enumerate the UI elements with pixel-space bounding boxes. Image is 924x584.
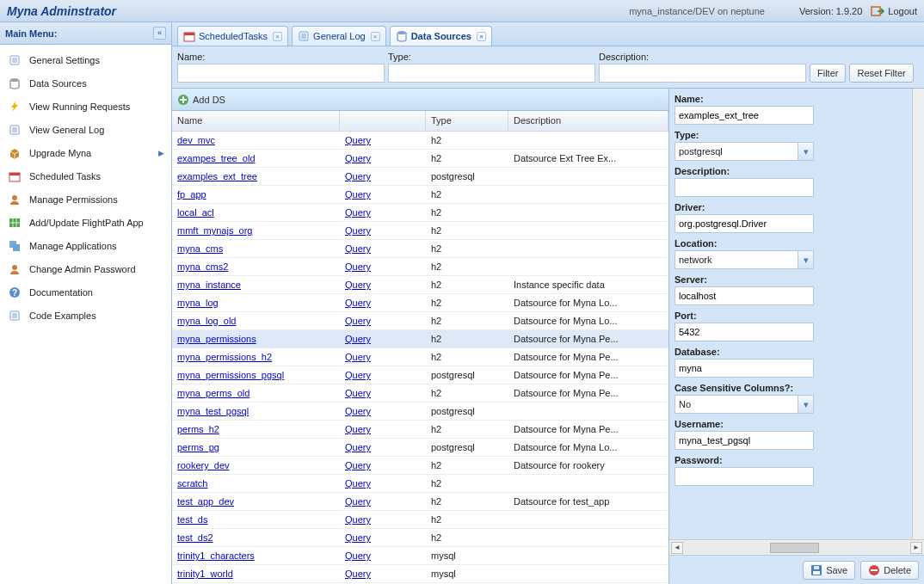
- ds-query-link[interactable]: Query: [345, 189, 371, 200]
- sidebar-item-scheduled-tasks[interactable]: Scheduled Tasks: [0, 164, 171, 187]
- ds-query-link[interactable]: Query: [345, 334, 371, 344]
- ds-name-link[interactable]: myna_perms_old: [177, 388, 249, 398]
- table-row[interactable]: perms_h2Queryh2Datsource for Myna Pe...: [172, 421, 668, 439]
- add-ds-button[interactable]: Add DS: [177, 94, 225, 106]
- ds-query-link[interactable]: Query: [345, 243, 371, 254]
- table-row[interactable]: myna_cmsQueryh2: [172, 240, 668, 258]
- table-row[interactable]: myna_test_pgsqlQuerypostgresql: [172, 403, 668, 421]
- ds-name-link[interactable]: myna_permissions_h2: [177, 352, 272, 362]
- ds-name-link[interactable]: examples_ext_tree: [177, 171, 257, 181]
- col-type[interactable]: Type: [426, 111, 508, 131]
- ds-query-link[interactable]: Query: [345, 225, 371, 236]
- detail-username-input[interactable]: [675, 431, 814, 450]
- ds-query-link[interactable]: Query: [345, 569, 371, 579]
- table-row[interactable]: myna_permissions_pgsqlQuerypostgresqlDat…: [172, 366, 668, 384]
- ds-query-link[interactable]: Query: [345, 316, 371, 326]
- table-row[interactable]: myna_permissionsQueryh2Datsource for Myn…: [172, 330, 668, 348]
- table-row[interactable]: myna_logQueryh2Datsource for Myna Lo...: [172, 294, 668, 312]
- tab-general-log[interactable]: General Log×: [292, 26, 386, 46]
- ds-name-link[interactable]: exampes_tree_old: [177, 153, 256, 163]
- ds-query-link[interactable]: Query: [345, 298, 371, 308]
- sidebar-item-documentation[interactable]: ?Documentation: [0, 280, 171, 304]
- ds-name-link[interactable]: myna_instance: [177, 280, 241, 290]
- ds-name-link[interactable]: mmft_mynajs_org: [177, 225, 252, 236]
- table-row[interactable]: mmft_mynajs_orgQueryh2: [172, 222, 668, 240]
- detail-case-select[interactable]: No ▾: [675, 395, 814, 414]
- table-row[interactable]: myna_log_oldQueryh2Datsource for Myna Lo…: [172, 312, 668, 330]
- ds-query-link[interactable]: Query: [345, 514, 371, 525]
- ds-query-link[interactable]: Query: [345, 153, 371, 163]
- detail-name-input[interactable]: [675, 106, 814, 125]
- detail-vscrollbar[interactable]: [912, 89, 924, 539]
- sidebar-collapse-button[interactable]: «: [153, 27, 166, 40]
- tab-scheduledtasks[interactable]: ScheduledTasks×: [177, 26, 288, 46]
- detail-database-input[interactable]: [675, 359, 814, 378]
- table-row[interactable]: exampes_tree_oldQueryh2Datsource Ext Tre…: [172, 150, 668, 168]
- table-row[interactable]: myna_instanceQueryh2Instance specific da…: [172, 276, 668, 294]
- ds-name-link[interactable]: myna_permissions_pgsql: [177, 370, 284, 380]
- sidebar-item-manage-permissions[interactable]: Manage Permissions: [0, 187, 171, 211]
- ds-name-link[interactable]: local_acl: [177, 207, 214, 218]
- ds-name-link[interactable]: trinity1_world: [177, 569, 233, 579]
- table-row[interactable]: dev_mvcQueryh2: [172, 132, 668, 150]
- filter-desc-input[interactable]: [599, 64, 806, 83]
- ds-name-link[interactable]: fp_app: [177, 189, 206, 200]
- table-row[interactable]: test_dsQueryh2: [172, 511, 668, 529]
- scroll-right-icon[interactable]: ►: [910, 542, 922, 554]
- ds-name-link[interactable]: myna_cms: [177, 243, 223, 254]
- ds-query-link[interactable]: Query: [345, 388, 371, 398]
- ds-query-link[interactable]: Query: [345, 496, 371, 507]
- detail-location-select[interactable]: network ▾: [675, 250, 814, 269]
- sidebar-item-data-sources[interactable]: Data Sources: [0, 71, 171, 95]
- detail-password-input[interactable]: [675, 467, 814, 486]
- sidebar-item-code-examples[interactable]: Code Examples: [0, 304, 171, 327]
- ds-name-link[interactable]: test_ds2: [177, 532, 213, 543]
- table-row[interactable]: myna_perms_oldQueryh2Datsource for Myna …: [172, 384, 668, 403]
- ds-name-link[interactable]: rookery_dev: [177, 460, 230, 470]
- detail-port-input[interactable]: [675, 323, 814, 341]
- ds-query-link[interactable]: Query: [345, 207, 371, 218]
- ds-name-link[interactable]: perms_pg: [177, 442, 219, 452]
- ds-name-link[interactable]: perms_h2: [177, 424, 219, 434]
- table-row[interactable]: myna_permissions_h2Queryh2Datsource for …: [172, 348, 668, 366]
- table-row[interactable]: test_app_devQueryh2Datsource for test_ap…: [172, 493, 668, 511]
- sidebar-item-upgrade-myna[interactable]: Upgrade Myna▶: [0, 141, 171, 164]
- ds-query-link[interactable]: Query: [345, 478, 371, 489]
- ds-query-link[interactable]: Query: [345, 261, 371, 272]
- sidebar-item-general-settings[interactable]: General Settings: [0, 48, 171, 71]
- ds-name-link[interactable]: myna_cms2: [177, 261, 228, 272]
- ds-query-link[interactable]: Query: [345, 550, 371, 561]
- filter-type-input[interactable]: [388, 64, 595, 83]
- table-row[interactable]: fp_appQueryh2: [172, 186, 668, 204]
- close-icon[interactable]: ×: [273, 32, 282, 41]
- scroll-left-icon[interactable]: ◄: [671, 542, 683, 554]
- close-icon[interactable]: ×: [477, 32, 486, 41]
- ds-name-link[interactable]: test_app_dev: [177, 496, 234, 507]
- filter-name-input[interactable]: [177, 64, 385, 83]
- col-desc[interactable]: Description: [508, 111, 668, 131]
- table-row[interactable]: local_aclQueryh2: [172, 204, 668, 222]
- sidebar-item-view-general-log[interactable]: View General Log: [0, 118, 171, 141]
- col-name[interactable]: Name: [172, 111, 340, 131]
- col-query[interactable]: [340, 111, 426, 131]
- logout-button[interactable]: Logout: [871, 4, 917, 18]
- ds-query-link[interactable]: Query: [345, 532, 371, 543]
- ds-query-link[interactable]: Query: [345, 280, 371, 290]
- ds-query-link[interactable]: Query: [345, 460, 371, 470]
- ds-query-link[interactable]: Query: [345, 406, 371, 416]
- table-row[interactable]: trinity1_worldQuerymysql: [172, 565, 668, 583]
- table-row[interactable]: scratchQueryh2: [172, 475, 668, 493]
- sidebar-item-change-admin-password[interactable]: Change Admin Password: [0, 257, 171, 280]
- table-row[interactable]: myna_cms2Queryh2: [172, 258, 668, 276]
- ds-query-link[interactable]: Query: [345, 370, 371, 380]
- ds-query-link[interactable]: Query: [345, 442, 371, 452]
- table-row[interactable]: rookery_devQueryh2Datsource for rookery: [172, 457, 668, 475]
- sidebar-item-view-running-requests[interactable]: View Running Requests: [0, 95, 171, 118]
- detail-type-select[interactable]: postgresql ▾: [675, 142, 814, 161]
- ds-query-link[interactable]: Query: [345, 352, 371, 362]
- ds-name-link[interactable]: scratch: [177, 478, 207, 489]
- ds-name-link[interactable]: trinity1_characters: [177, 550, 255, 561]
- ds-query-link[interactable]: Query: [345, 424, 371, 434]
- tab-data-sources[interactable]: Data Sources×: [390, 26, 492, 46]
- delete-button[interactable]: Delete: [860, 561, 919, 580]
